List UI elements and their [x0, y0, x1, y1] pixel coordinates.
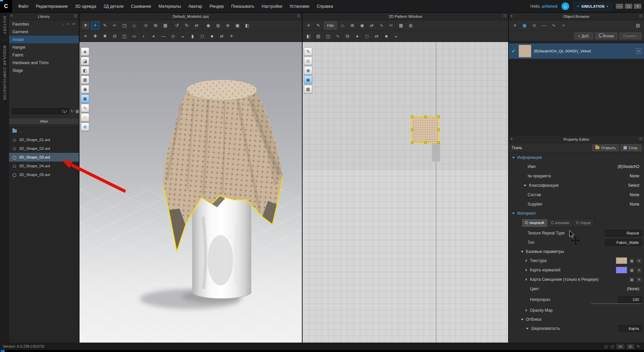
2d-board[interactable]: ✎⊙◉▣▦ — [303, 42, 508, 343]
select-move-icon[interactable]: ✛ — [91, 21, 99, 30]
tool-icon[interactable] — [202, 23, 203, 29]
add-favorite-icon[interactable]: + — [67, 22, 69, 26]
topstitch-tab-icon[interactable]: ∿ — [550, 21, 558, 30]
section-material[interactable]: Материал — [509, 209, 644, 218]
search-input[interactable] — [13, 109, 61, 113]
roughness-dropdown[interactable]: Карта — [619, 325, 642, 332]
popout-icon[interactable]: ◳ — [74, 14, 77, 17]
layout-icon-a[interactable]: ◱ — [604, 344, 608, 349]
menu-item[interactable]: Рендер — [206, 3, 227, 10]
copy-button[interactable]: Копия — [595, 33, 618, 39]
search-caret-icon[interactable]: ▾ — [66, 110, 67, 113]
tool-icon[interactable] — [171, 23, 171, 29]
stitch-tab-icon[interactable]: ≈ — [559, 21, 568, 30]
normal-clear-icon[interactable]: ✕ — [636, 267, 642, 273]
pin-2d-icon[interactable]: ⊙ — [304, 57, 312, 65]
arc-tool-icon[interactable]: ◒ — [392, 32, 400, 40]
supplier-value[interactable]: None — [630, 202, 642, 207]
popout-icon[interactable]: ◳ — [639, 14, 642, 17]
sync-3d-icon[interactable]: ◉ — [304, 66, 312, 75]
fitting-button[interactable]: Fittir — [324, 21, 337, 30]
curve-tool-icon[interactable]: ∿ — [377, 21, 385, 30]
texture-clear-icon[interactable]: ✕ — [636, 258, 642, 264]
file-item-up[interactable]: .. — [9, 127, 79, 135]
sidebar-item-hardware-trims[interactable]: Hardware and Trims — [9, 59, 79, 67]
normal-map-icon[interactable]: ▦ — [629, 267, 635, 273]
layer-tool-icon[interactable]: ▤ — [314, 32, 322, 40]
row-opacity-map[interactable]: Opacity Map — [509, 306, 644, 315]
file-item[interactable]: ▢ 3D_Shape_01.avt — [9, 135, 79, 144]
toggle-2d-button[interactable]: 2D — [627, 344, 634, 349]
globe-icon[interactable]: ⊕ — [81, 123, 89, 131]
name-value[interactable]: (B)SwatchO — [618, 164, 642, 169]
menu-item[interactable]: Файл — [15, 3, 32, 10]
tab-edge-side[interactable]: С торца — [573, 219, 594, 227]
displacement-map-icon[interactable]: ▦ — [629, 277, 635, 282]
tab-modular-configurator[interactable]: MODULAR CONFIGURATOR — [3, 46, 6, 100]
library-menu-icon[interactable]: ≡ — [11, 14, 13, 17]
3d-viewport[interactable]: ◈◪◧▦◉▣∿☺⊕ — [79, 42, 302, 343]
file-item[interactable]: ▢ 3D_Shape_04.avt — [9, 162, 79, 170]
circle-tool-icon[interactable]: ◉ — [358, 21, 366, 30]
maximize-button[interactable]: ▢ — [625, 4, 632, 9]
color-value[interactable]: (None) — [627, 287, 642, 291]
handle-icon[interactable] — [437, 116, 440, 118]
grid-2d-icon[interactable]: ⊞ — [348, 21, 356, 30]
tab-history[interactable]: HISTORY — [3, 16, 6, 35]
rect-tool-icon[interactable]: ▭ — [130, 32, 138, 40]
tool-icon[interactable] — [140, 23, 140, 29]
tab-back-side[interactable]: С изнанки — [548, 219, 573, 227]
menu-item[interactable]: Справка — [313, 3, 336, 10]
drape-icon[interactable]: ◍ — [214, 21, 222, 30]
trim-tab-icon[interactable]: — — [540, 21, 548, 30]
handle-icon[interactable] — [411, 141, 413, 144]
menu-item[interactable]: 3D одежда — [72, 3, 100, 10]
flip-tool-icon[interactable]: ⇄ — [368, 21, 376, 30]
handle-icon[interactable] — [437, 129, 440, 131]
classification-value[interactable]: Select — [628, 183, 642, 188]
polygon-icon[interactable]: ◇ — [130, 21, 138, 30]
row-roughness[interactable]: Шероховатость Карта — [509, 324, 644, 333]
save-button[interactable]: Сохр. — [621, 144, 641, 151]
list-tool-icon[interactable]: ≡ — [82, 32, 90, 40]
cut-tool-icon[interactable]: ✂ — [387, 21, 395, 30]
handle-icon[interactable] — [424, 141, 427, 144]
popout-icon[interactable]: ◳ — [639, 137, 642, 140]
texture-repeat-dropdown[interactable]: Repeat — [605, 230, 642, 236]
redo-icon[interactable]: ↻ — [183, 21, 191, 30]
sidebar-item-favorites[interactable]: Favorites ↓ + ↩ — [9, 20, 79, 28]
object-list-icon[interactable]: ≡ — [511, 21, 519, 30]
menu-item[interactable]: Показывать — [228, 3, 258, 10]
line-tool-icon[interactable]: — — [159, 32, 167, 40]
add-point-icon[interactable]: ✚ — [91, 32, 99, 40]
scissors-icon[interactable]: ✂ — [111, 21, 119, 30]
clo-logo-icon[interactable]: C — [0, 0, 12, 13]
file-item-selected[interactable]: ◯ 3D_Shape_03.avt — [9, 153, 79, 162]
composition-value[interactable]: None — [630, 192, 642, 197]
handle-icon[interactable] — [437, 141, 440, 144]
swap-icon[interactable]: ⇄ — [193, 21, 201, 30]
simulate-icon[interactable]: ◉ — [204, 21, 212, 30]
outline-tool-icon[interactable]: ◻ — [363, 32, 371, 40]
sphere-icon[interactable]: ● — [150, 32, 158, 40]
handle-icon[interactable] — [424, 116, 427, 118]
menu-item[interactable]: Аватар — [185, 3, 206, 10]
item-options-icon[interactable]: ⊡ — [636, 48, 641, 54]
sidebar-item-stage[interactable]: Stage — [9, 67, 79, 74]
collapse-panel-icon[interactable]: ◂ — [511, 137, 512, 140]
mirror-2d-icon[interactable]: ◫ — [324, 32, 332, 40]
row-texture[interactable]: Текстура ▦ ✕ — [509, 256, 644, 265]
simulation-mode-dropdown[interactable]: ≈ SIMULATION ▾ — [573, 2, 612, 10]
pattern-piece-selected[interactable] — [412, 116, 439, 143]
tape-icon[interactable]: ∿ — [81, 104, 89, 112]
shape-tool-icon[interactable]: ◇ — [338, 21, 346, 30]
fabric-grid-icon[interactable]: ▦ — [397, 21, 405, 30]
fabric-tab-icon[interactable]: ▣ — [521, 21, 529, 30]
refresh-icon[interactable]: ↻ — [70, 109, 74, 114]
add-button[interactable]: + Доб. — [574, 33, 593, 39]
refresh-icon[interactable]: ↻ — [637, 344, 640, 349]
sidebar-item-avatar[interactable]: Avatar — [9, 36, 79, 43]
row-displacement-map[interactable]: Карта Смещения (только в Рендере) ▦ ✕ — [509, 275, 644, 284]
show-pins-icon[interactable]: ◉ — [81, 85, 89, 93]
show-avatar-icon[interactable]: ☺ — [81, 113, 89, 122]
